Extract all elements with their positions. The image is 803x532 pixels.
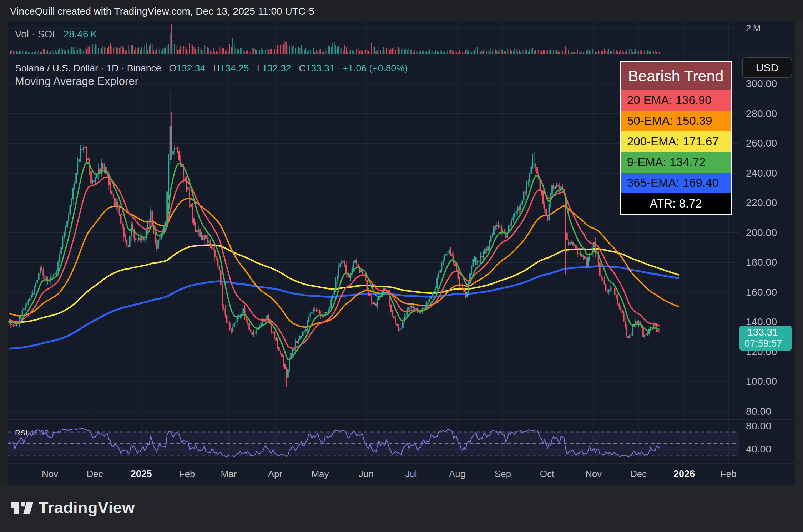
svg-text:160.00: 160.00 bbox=[746, 286, 777, 298]
svg-text:240.00: 240.00 bbox=[746, 167, 777, 179]
svg-text:Feb: Feb bbox=[179, 469, 195, 479]
svg-text:Nov: Nov bbox=[42, 469, 58, 479]
svg-text:Sep: Sep bbox=[495, 469, 511, 479]
svg-text:Feb: Feb bbox=[721, 469, 737, 479]
svg-text:180.00: 180.00 bbox=[746, 256, 777, 268]
svg-text:2026: 2026 bbox=[673, 469, 695, 479]
svg-text:Oct: Oct bbox=[540, 469, 555, 479]
svg-text:Mar: Mar bbox=[221, 469, 237, 479]
svg-text:280.00: 280.00 bbox=[746, 108, 777, 119]
svg-text:Dec: Dec bbox=[630, 469, 647, 479]
svg-text:Dec: Dec bbox=[86, 469, 103, 479]
svg-text:220.00: 220.00 bbox=[746, 197, 777, 208]
svg-text:Aug: Aug bbox=[449, 469, 465, 479]
svg-text:133.31: 133.31 bbox=[747, 327, 778, 338]
svg-text:2025: 2025 bbox=[131, 469, 152, 479]
svg-text:100.00: 100.00 bbox=[746, 375, 777, 387]
svg-text:Apr: Apr bbox=[268, 469, 283, 479]
svg-text:2 M: 2 M bbox=[746, 23, 761, 34]
svg-text:80.00: 80.00 bbox=[746, 405, 771, 417]
svg-text:May: May bbox=[311, 469, 329, 479]
svg-text:Nov: Nov bbox=[585, 469, 602, 479]
svg-text:300.00: 300.00 bbox=[746, 78, 777, 89]
svg-text:80.00: 80.00 bbox=[746, 420, 771, 431]
svg-text:Jun: Jun bbox=[359, 469, 374, 479]
svg-text:40.00: 40.00 bbox=[746, 443, 771, 455]
svg-text:260.00: 260.00 bbox=[746, 137, 777, 149]
svg-text:Jul: Jul bbox=[405, 469, 417, 479]
svg-text:140.00: 140.00 bbox=[746, 316, 777, 327]
svg-text:07:59:57: 07:59:57 bbox=[744, 338, 782, 349]
svg-text:200.00: 200.00 bbox=[746, 227, 777, 238]
